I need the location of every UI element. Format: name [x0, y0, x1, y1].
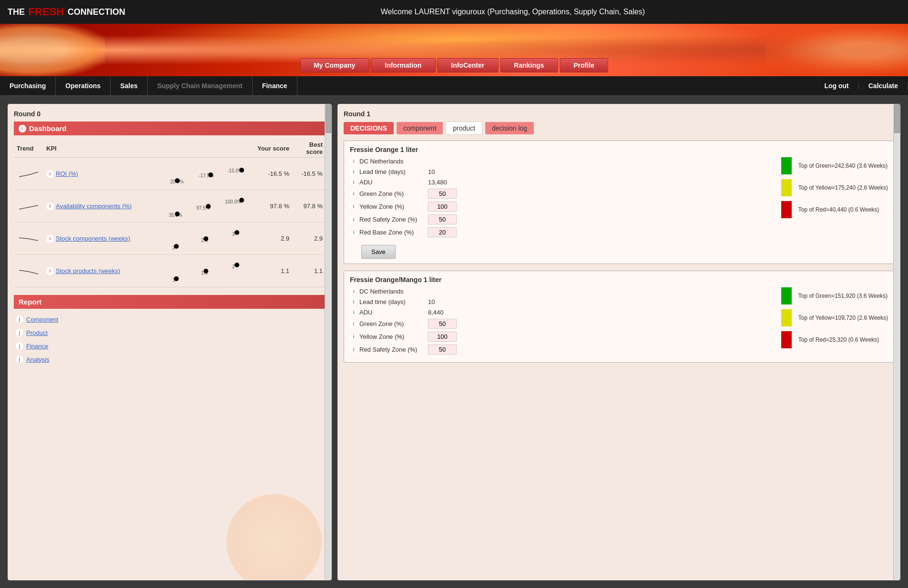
red-safety-zone-2-label: Red Safety Zone (%) — [359, 346, 426, 353]
nav-supply-chain[interactable]: Supply Chain Management — [148, 76, 253, 95]
stock-components-sparkline: 2 2.5 3 — [168, 225, 251, 252]
report-link-analysis[interactable]: i Analysis — [14, 353, 326, 366]
product-orange-mango-1l-title: Fressie Orange/Mango 1 liter — [350, 276, 888, 284]
green-zone-label: Green Zone (%) — [359, 190, 426, 197]
banner-btn-profile[interactable]: Profile — [560, 58, 608, 72]
finance-link[interactable]: Finance — [26, 343, 48, 350]
analysis-info-icon[interactable]: i — [16, 355, 23, 363]
banner-btn-information[interactable]: Information — [371, 58, 435, 72]
nav-calculate[interactable]: Calculate — [859, 82, 908, 90]
dashboard-title: Dashboard — [29, 124, 66, 132]
green-zone-2-color — [781, 287, 792, 304]
left-scroll[interactable] — [325, 104, 331, 580]
availability-info-icon[interactable]: i — [46, 203, 54, 210]
kpi-table: Trend KPI Your score Best score — [14, 139, 326, 287]
banner-btn-rankings[interactable]: Rankings — [500, 58, 558, 72]
svg-point-17 — [235, 230, 239, 235]
report-header: Report — [14, 295, 326, 309]
availability-your-score: 97.8 % — [254, 190, 292, 223]
lead-time-2-label: Lead time (days) — [359, 298, 426, 305]
red-safety-zone-2-info-icon[interactable]: i — [350, 346, 357, 354]
red-base-zone-info-icon[interactable]: i — [350, 229, 357, 236]
dashboard-header: i Dashboard — [14, 122, 326, 135]
tab-component[interactable]: component — [397, 122, 443, 134]
field-red-base-zone: i Red Base Zone (%) — [350, 227, 774, 237]
banner-btn-my-company[interactable]: My Company — [300, 58, 369, 72]
tab-decision-log[interactable]: decision log — [485, 122, 534, 134]
yellow-zone-2-info-icon[interactable]: i — [350, 333, 357, 341]
dashboard-info-icon[interactable]: i — [19, 125, 26, 132]
dc-netherlands-info-icon[interactable]: i — [350, 157, 357, 165]
banner-btn-infocenter[interactable]: InfoCenter — [437, 58, 498, 72]
right-scroll[interactable] — [893, 104, 900, 580]
component-info-icon[interactable]: i — [16, 315, 23, 323]
roi-link[interactable]: ROI (%) — [56, 170, 78, 177]
report-link-finance[interactable]: i Finance — [14, 339, 326, 353]
analysis-link[interactable]: Analysis — [26, 356, 49, 363]
field-lead-time: i Lead time (days) 10 — [350, 168, 774, 175]
nav-finance[interactable]: Finance — [253, 76, 297, 95]
lead-time-2-value: 10 — [428, 298, 457, 305]
red-zone-2-color — [781, 331, 792, 348]
stock-components-info-icon[interactable]: i — [46, 235, 54, 243]
green-zone-label-text: Top of Green=242,640 (3.6 Weeks) — [798, 162, 888, 169]
product-orange-1l-right: Top of Green=242,640 (3.6 Weeks) Top of … — [777, 157, 888, 259]
adu-info-icon[interactable]: i — [350, 178, 357, 186]
red-base-zone-input[interactable] — [428, 227, 457, 237]
stock-products-link[interactable]: Stock products (weeks) — [56, 267, 120, 274]
product-card-orange-mango-1l: Fressie Orange/Mango 1 liter i DC Nether… — [344, 271, 894, 363]
green-zone-indicator: Top of Green=242,640 (3.6 Weeks) — [781, 157, 888, 174]
tab-decisions[interactable]: DECISIONS — [344, 122, 394, 134]
report-link-component[interactable]: i Component — [14, 313, 326, 326]
lead-time-info-icon[interactable]: i — [350, 168, 357, 175]
red-safety-zone-info-icon[interactable]: i — [350, 216, 357, 223]
yellow-zone-2-color — [781, 309, 792, 326]
red-safety-zone-2-input[interactable] — [428, 345, 457, 355]
adu-2-value: 8,440 — [428, 309, 457, 316]
nav-purchasing[interactable]: Purchasing — [0, 76, 56, 95]
field-dc-netherlands: i DC Netherlands — [350, 157, 774, 165]
red-zone-2-label-text: Top of Red=25,320 (0.6 Weeks) — [798, 336, 879, 343]
trend-roi — [14, 158, 43, 190]
roi-sparkline: 20.0% -17.5% -15.0% — [168, 161, 251, 187]
trend-icon-stock-components — [17, 231, 41, 244]
adu-2-info-icon[interactable]: i — [350, 308, 357, 316]
red-zone-indicator: Top of Red=40,440 (0.6 Weeks) — [781, 201, 888, 218]
green-zone-2-input[interactable] — [428, 319, 457, 329]
kpi-row-stock-components: i Stock components (weeks) 2 2.5 3 — [14, 223, 326, 255]
product-link[interactable]: Product — [26, 329, 48, 336]
adu-2-label: ADU — [359, 309, 426, 316]
left-scroll-thumb[interactable] — [326, 104, 331, 133]
lead-time-value: 10 — [428, 168, 457, 175]
report-link-product[interactable]: i Product — [14, 326, 326, 339]
lead-time-label: Lead time (days) — [359, 168, 426, 175]
component-link[interactable]: Component — [26, 316, 58, 323]
stock-components-link[interactable]: Stock components (weeks) — [56, 235, 130, 242]
product-info-icon[interactable]: i — [16, 329, 23, 336]
right-scroll-thumb[interactable] — [894, 104, 900, 133]
col-best-score: Best score — [292, 139, 326, 158]
green-zone-2-info-icon[interactable]: i — [350, 320, 357, 328]
yellow-zone-info-icon[interactable]: i — [350, 203, 357, 211]
green-zone-input[interactable] — [428, 189, 457, 199]
stock-products-info-icon[interactable]: i — [46, 267, 54, 275]
red-safety-zone-input[interactable] — [428, 214, 457, 224]
tab-product[interactable]: product — [446, 122, 482, 135]
green-zone-info-icon[interactable]: i — [350, 190, 357, 198]
yellow-zone-2-input[interactable] — [428, 332, 457, 342]
dc-netherlands-2-info-icon[interactable]: i — [350, 287, 357, 295]
nav-sales[interactable]: Sales — [111, 76, 148, 95]
kpi-cell-stock-products: i Stock products (weeks) — [43, 255, 165, 287]
availability-link[interactable]: Availability components (%) — [56, 203, 132, 210]
save-button-orange-1l[interactable]: Save — [361, 245, 396, 259]
roi-info-icon[interactable]: i — [46, 170, 54, 178]
nav-logout[interactable]: Log out — [815, 82, 858, 90]
yellow-zone-indicator: Top of Yellow=175,240 (2.6 Weeks) — [781, 179, 888, 196]
bg-fruit — [226, 494, 322, 580]
yellow-zone-input[interactable] — [428, 202, 457, 212]
lead-time-2-info-icon[interactable]: i — [350, 298, 357, 305]
nav-operations[interactable]: Operations — [56, 76, 111, 95]
roi-best-score: -16.5 % — [292, 158, 326, 190]
finance-info-icon[interactable]: i — [16, 342, 23, 350]
svg-text:100.0%: 100.0% — [225, 199, 241, 204]
